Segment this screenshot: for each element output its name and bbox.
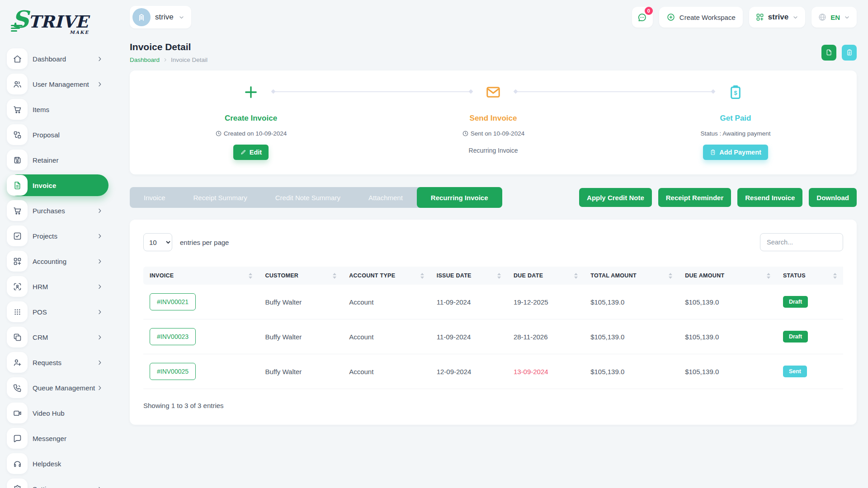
sidebar-item-invoice[interactable]: Invoice	[7, 174, 108, 196]
sidebar-item-proposal[interactable]: Proposal	[7, 124, 108, 145]
language-selector[interactable]: EN	[811, 7, 857, 28]
sidebar-item-label: CRM	[33, 333, 96, 341]
invoice-number-link[interactable]: #INV00021	[150, 293, 196, 310]
sidebar-item-label: User Management	[33, 80, 96, 88]
new-document-button[interactable]	[821, 45, 836, 61]
column-header[interactable]: CUSTOMER	[259, 267, 343, 285]
column-header[interactable]: DUE DATE	[507, 267, 584, 285]
sort-icon[interactable]	[767, 273, 770, 279]
chevron-right-icon	[96, 334, 103, 341]
tab-receipt-summary[interactable]: Receipt Summary	[179, 187, 261, 208]
sidebar-item-hrm[interactable]: HRM	[7, 276, 108, 297]
recurring-invoice-table: INVOICE CUSTOMER	[143, 267, 843, 389]
globe-icon	[818, 13, 827, 22]
sidebar-item-icon	[7, 327, 28, 347]
sort-icon[interactable]	[833, 273, 837, 279]
chevron-right-icon	[96, 233, 103, 239]
invoice-number-link[interactable]: #INV00023	[150, 328, 196, 345]
sidebar-item-icon	[7, 377, 28, 398]
sidebar-item-icon	[7, 225, 28, 246]
sort-icon[interactable]	[574, 273, 578, 279]
sidebar-item-items[interactable]: Items	[7, 99, 108, 120]
sort-icon[interactable]	[333, 273, 336, 279]
sidebar-item-label: POS	[33, 308, 96, 316]
invoice-number-link[interactable]: #INV00025	[150, 363, 196, 380]
sidebar-item-pos[interactable]: POS	[7, 301, 108, 323]
table-row: #INV00021 Buffy Walter Account 11-09-202…	[143, 285, 843, 319]
sidebar-item-requests[interactable]: Requests	[7, 352, 108, 373]
sidebar-item-accounting[interactable]: Accounting	[7, 250, 108, 272]
messages-button[interactable]: 0	[632, 7, 653, 28]
chevron-right-icon	[163, 57, 168, 62]
tab-attachment[interactable]: Attachment	[354, 187, 417, 208]
sidebar-item-purchases[interactable]: Purchases	[7, 200, 108, 221]
due-amount-cell: $105,139.0	[679, 354, 777, 389]
sidebar-item-settings[interactable]: Settings	[7, 478, 108, 488]
table-header-row: INVOICE CUSTOMER	[143, 267, 843, 285]
edit-invoice-button[interactable]: Edit	[233, 145, 269, 160]
add-payment-button[interactable]: $ Add Payment	[703, 145, 768, 160]
copy-invoice-button[interactable]	[842, 45, 857, 61]
sort-icon[interactable]	[497, 273, 501, 279]
svg-text:$: $	[734, 89, 737, 96]
workspace-selector[interactable]: strive	[130, 6, 191, 28]
workspace-avatar	[132, 8, 151, 26]
breadcrumb-dashboard-link[interactable]: Dashboard	[130, 56, 160, 63]
step-subtitle: Status : Awaiting payment	[614, 130, 857, 137]
sidebar-item-queue-management[interactable]: Queue Management	[7, 377, 108, 399]
sidebar-item-helpdesk[interactable]: Helpdesk	[7, 453, 108, 474]
sort-icon[interactable]	[420, 273, 424, 279]
page-title: Invoice Detail	[130, 42, 208, 52]
step-subtitle: Created on 10-09-2024	[130, 130, 372, 137]
column-header[interactable]: ISSUE DATE	[430, 267, 507, 285]
sidebar-item-icon	[7, 200, 28, 221]
clock-icon	[462, 130, 469, 137]
workspace-switcher[interactable]: strive	[749, 7, 805, 28]
entries-per-page-select[interactable]: 10	[143, 233, 172, 251]
grid-plus-icon	[755, 13, 764, 22]
column-header[interactable]: TOTAL AMOUNT	[584, 267, 679, 285]
sidebar-item-video-hub[interactable]: Video Hub	[7, 402, 108, 424]
column-header[interactable]: ACCOUNT TYPE	[343, 267, 430, 285]
step-title: Create Invoice	[130, 114, 372, 123]
sidebar-item-label: Requests	[33, 359, 96, 366]
sidebar-item-user-management[interactable]: User Management	[7, 73, 108, 95]
sidebar-item-retainer[interactable]: Retainer	[7, 149, 108, 171]
sidebar-item-icon	[7, 453, 28, 474]
column-header[interactable]: DUE AMOUNT	[679, 267, 777, 285]
sort-icon[interactable]	[669, 273, 672, 279]
logo-speed-lines	[11, 25, 23, 32]
table-row: #INV00023 Buffy Walter Account 11-09-202…	[143, 319, 843, 354]
invoice-progress-card: Create Invoice Created on 10-09-2024 Edi…	[130, 70, 857, 174]
breadcrumb: Dashboard Invoice Detail	[130, 56, 208, 63]
sidebar-item-icon	[7, 48, 28, 69]
column-header[interactable]: STATUS	[777, 267, 843, 285]
sidebar-item-label: Settings	[33, 485, 96, 488]
sidebar-item-label: Accounting	[33, 258, 96, 265]
tab-recurring-invoice[interactable]: Recurring Invoice	[417, 187, 502, 208]
download-button[interactable]: Download	[809, 188, 857, 207]
sidebar-item-messenger[interactable]: Messenger	[7, 427, 108, 449]
sidebar-item-icon	[7, 251, 28, 272]
step-title: Get Paid	[614, 114, 857, 123]
clipboard-dollar-icon: $	[727, 83, 744, 101]
create-workspace-button[interactable]: Create Workspace	[659, 7, 743, 28]
sidebar-item-projects[interactable]: Projects	[7, 225, 108, 247]
sidebar-item-label: Video Hub	[33, 409, 103, 417]
tab-invoice[interactable]: Invoice	[130, 187, 179, 208]
tab-credit-note-summary[interactable]: Credit Note Summary	[261, 187, 354, 208]
chevron-right-icon	[96, 207, 103, 214]
receipt-reminder-button[interactable]: Receipt Reminder	[658, 188, 731, 207]
sort-icon[interactable]	[249, 273, 252, 279]
sidebar-item-icon	[7, 428, 28, 449]
status-badge: Draft	[783, 296, 808, 308]
apply-credit-note-button[interactable]: Apply Credit Note	[579, 188, 652, 207]
sidebar-item-crm[interactable]: CRM	[7, 326, 108, 348]
search-input[interactable]	[760, 233, 843, 251]
invoice-actions: Apply Credit Note Receipt Reminder Resen…	[579, 188, 857, 207]
page-header: Invoice Detail Dashboard Invoice Detail	[130, 42, 857, 63]
sidebar-item-dashboard[interactable]: Dashboard	[7, 48, 108, 70]
column-header[interactable]: INVOICE	[143, 267, 259, 285]
status-badge: Sent	[783, 366, 807, 377]
resend-invoice-button[interactable]: Resend Invoice	[737, 188, 802, 207]
